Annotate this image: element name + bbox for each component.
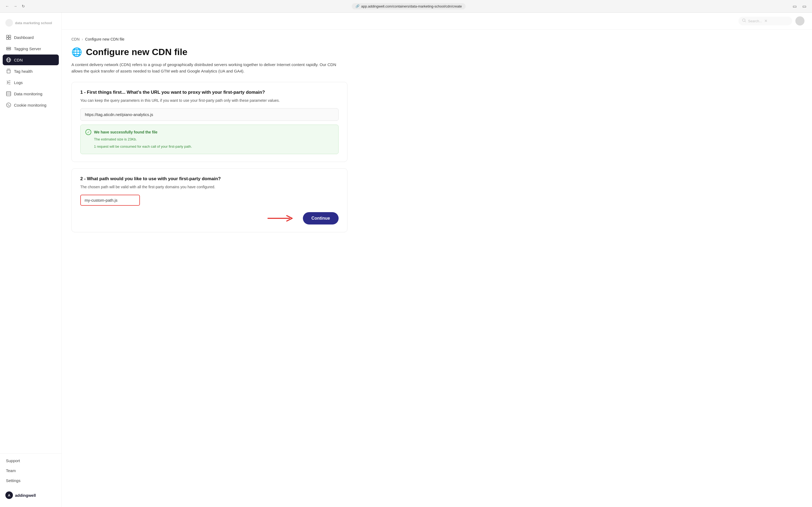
- sidebar-footer: A addingwell: [0, 488, 61, 503]
- breadcrumb: CDN › Configure new CDN file: [71, 37, 347, 41]
- footer-logo-letter: A: [8, 493, 10, 497]
- breadcrumb-current: Configure new CDN file: [85, 37, 124, 41]
- sidebar-brand-name: addingwell: [15, 493, 36, 498]
- search-placeholder-text: Search...: [748, 19, 762, 23]
- svg-rect-0: [6, 35, 8, 37]
- section-2-subtitle: The chosen path will be valid with all t…: [80, 184, 339, 190]
- sidebar-footer-logo-icon: A: [5, 492, 13, 499]
- split-view-button[interactable]: ▭: [801, 3, 808, 10]
- sidebar-item-logs[interactable]: Logs: [3, 77, 59, 88]
- dashboard-label: Dashboard: [14, 35, 34, 40]
- cdn-label: CDN: [14, 58, 23, 62]
- forward-button[interactable]: →: [12, 3, 18, 9]
- svg-rect-5: [6, 49, 11, 50]
- sidebar-settings[interactable]: Settings: [6, 476, 56, 485]
- tagging-server-icon: [6, 46, 11, 51]
- sidebar-support[interactable]: Support: [6, 456, 56, 465]
- cookie-monitoring-label: Cookie monitoring: [14, 103, 47, 107]
- svg-rect-9: [6, 92, 11, 96]
- browser-controls: ← → ↻: [4, 3, 26, 9]
- back-button[interactable]: ←: [4, 3, 10, 9]
- breadcrumb-parent[interactable]: CDN: [71, 37, 79, 41]
- lock-icon: 🔗: [355, 4, 359, 8]
- continue-row: Continue: [80, 212, 339, 225]
- svg-rect-4: [6, 47, 11, 48]
- browser-actions: ▭ ▭: [791, 3, 808, 10]
- success-check-icon: ✓: [85, 129, 91, 135]
- data-monitoring-icon: [6, 91, 11, 97]
- cookie-monitoring-icon: [6, 102, 11, 108]
- success-title: We have successfully found the file: [94, 130, 157, 134]
- page-title-row: 🌐 Configure new CDN file: [71, 47, 347, 57]
- sidebar-logo-icon: [5, 19, 13, 26]
- address-bar: 🔗 app.addingwell.com/containers/data-mar…: [30, 3, 788, 9]
- svg-point-14: [9, 105, 10, 106]
- tag-health-label: Tag health: [14, 69, 33, 73]
- success-detail-2: 1 request will be consumed for each call…: [85, 144, 334, 150]
- sidebar-item-cdn[interactable]: CDN: [3, 55, 59, 65]
- sidebar-logo-text: data marketing school: [15, 21, 52, 25]
- dashboard-icon: [6, 35, 11, 40]
- svg-line-17: [745, 21, 746, 22]
- page-title-icon: 🌐: [71, 47, 82, 57]
- sidebar-item-data-monitoring[interactable]: Data monitoring: [3, 88, 59, 99]
- section-2-title: 2 - What path would you like to use with…: [80, 176, 339, 181]
- app-layout: data marketing school Dashboard Tagging …: [0, 13, 812, 507]
- sidebar-logo: data marketing school: [0, 17, 61, 32]
- breadcrumb-separator: ›: [81, 37, 83, 41]
- url-text: app.addingwell.com/containers/data-marke…: [361, 4, 462, 8]
- svg-point-15: [8, 106, 8, 106]
- bookmark-button[interactable]: ▭: [791, 3, 798, 10]
- section-1-subtitle: You can keep the query parameters in thi…: [80, 98, 339, 103]
- section-2-card: 2 - What path would you like to use with…: [71, 168, 347, 232]
- url-input[interactable]: [80, 108, 339, 121]
- path-input[interactable]: [80, 195, 140, 206]
- page-description: A content delivery network (CDN) refers …: [71, 61, 347, 74]
- sidebar-bottom: Support Team Settings: [0, 453, 61, 488]
- arrow-container: [265, 213, 297, 224]
- section-1-card: 1 - First things first... What's the URL…: [71, 82, 347, 162]
- svg-point-12: [6, 103, 11, 107]
- tag-health-icon: [6, 68, 11, 74]
- logs-icon: [6, 80, 11, 85]
- main-content: Search... ✕ CDN › Configure new CDN file…: [62, 13, 812, 507]
- search-close-icon[interactable]: ✕: [764, 18, 768, 23]
- success-row: ✓ We have successfully found the file: [85, 129, 334, 135]
- logs-label: Logs: [14, 80, 23, 85]
- browser-chrome: ← → ↻ 🔗 app.addingwell.com/containers/da…: [0, 0, 812, 13]
- arrow-icon: [265, 213, 297, 224]
- tagging-server-label: Tagging Server: [14, 47, 41, 51]
- top-bar: Search... ✕: [62, 13, 812, 30]
- search-icon: [742, 18, 746, 23]
- top-bar-search[interactable]: Search... ✕: [739, 17, 792, 25]
- sidebar-item-dashboard[interactable]: Dashboard: [3, 32, 59, 43]
- data-monitoring-label: Data monitoring: [14, 92, 43, 96]
- sidebar: data marketing school Dashboard Tagging …: [0, 13, 62, 507]
- sidebar-item-cookie-monitoring[interactable]: Cookie monitoring: [3, 100, 59, 110]
- svg-rect-3: [9, 38, 11, 40]
- sidebar-nav: Dashboard Tagging Server CDN Tag health: [0, 32, 61, 451]
- user-avatar[interactable]: [795, 16, 805, 25]
- reload-button[interactable]: ↻: [20, 3, 26, 9]
- success-detail-1: The estimated size is 23Kb.: [85, 137, 334, 142]
- page-body: CDN › Configure new CDN file 🌐 Configure…: [62, 30, 357, 255]
- sidebar-item-tag-health[interactable]: Tag health: [3, 66, 59, 76]
- svg-point-13: [8, 104, 9, 105]
- continue-button[interactable]: Continue: [303, 212, 339, 225]
- svg-rect-1: [9, 35, 11, 37]
- sidebar-item-tagging-server[interactable]: Tagging Server: [3, 43, 59, 54]
- sidebar-team[interactable]: Team: [6, 466, 56, 475]
- page-title: Configure new CDN file: [86, 47, 187, 57]
- svg-rect-2: [6, 38, 8, 40]
- section-1-title: 1 - First things first... What's the URL…: [80, 90, 339, 95]
- success-box: ✓ We have successfully found the file Th…: [80, 125, 339, 154]
- cdn-icon: [6, 57, 11, 63]
